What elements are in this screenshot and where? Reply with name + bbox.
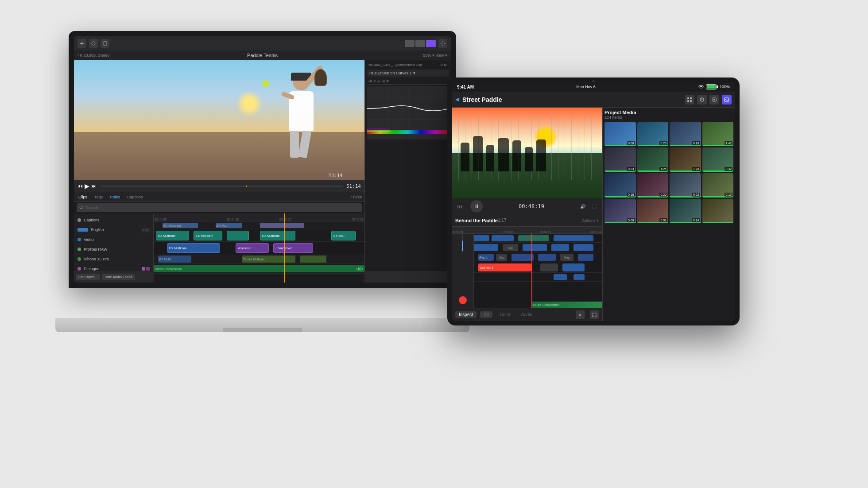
timeline-area: Captions English EN Vi (74, 213, 364, 283)
skip-back-icon[interactable]: ⏮ (457, 203, 463, 210)
ipad-video-content (452, 108, 602, 198)
ipad-track-3: iPad... iPad-L Gap (452, 252, 602, 262)
ipad-screen: 9:41 AM Mon Nov 6 (452, 82, 735, 321)
search-bar[interactable]: Search (77, 203, 362, 212)
timeline-tracks: 00:44:00 00:44:30 00:45:00 00:45:30 (154, 213, 364, 283)
view-controls: 50% ▾ View ▾ (423, 53, 447, 58)
macbook-screen: 4K 23.98p, Stereo Paddle Tennis 50% ▾ Vi… (74, 36, 451, 283)
ipad-timeline-section: Behind the Paddle 1:17 Options ▾ 00:00:3… (452, 214, 602, 308)
media-thumb-12[interactable]: 0:16 (702, 173, 734, 198)
media-thumb-10[interactable]: 0:20 (637, 173, 669, 198)
video-meta: 4K 23.98p, Stereo (78, 53, 110, 58)
expand-icon[interactable] (590, 310, 599, 319)
clip-tabs: Clips Tags Roles Captions 7 roles (74, 192, 364, 202)
svg-point-18 (713, 99, 715, 101)
ipad-bottom-toolbar: Inspect ISt Color Audio (452, 308, 602, 321)
ipad-playback-controls: ⏮ ⏸ 00:48:19 🔊 ⛶ (452, 198, 602, 214)
toolbar-icon-3[interactable] (709, 95, 719, 105)
media-thumb-2[interactable]: 0:26 (637, 122, 669, 146)
toolbar-btn-2[interactable] (89, 39, 98, 48)
fullscreen-icon[interactable]: ⛶ (593, 204, 597, 209)
media-thumb-4[interactable]: 1:42 (702, 122, 734, 146)
ipad-fcp-toolbar: ◀ Street Paddle (452, 92, 735, 108)
ipad-timeline-ruler: 00:00:35 00:00:45 00:01:00 00:01:10 (452, 227, 602, 234)
audio-button[interactable]: Audio (517, 311, 536, 318)
media-thumb-7[interactable]: 1:20 (670, 147, 701, 172)
ipad-play-button[interactable]: ⏸ (470, 200, 483, 213)
sunset-scene (452, 108, 602, 198)
status-time: 9:41 AM (457, 85, 474, 89)
ipad-track-2: Gap (452, 243, 602, 252)
viewer-content (74, 60, 364, 180)
media-thumb-11[interactable]: 0:02 (670, 173, 701, 198)
svg-rect-5 (367, 128, 390, 132)
ipad-body: 9:41 AM Mon Nov 6 (447, 77, 740, 325)
toolbar-btn-3[interactable] (101, 39, 109, 48)
media-browser-icon[interactable] (722, 95, 732, 105)
tab-clips[interactable]: Clips (77, 194, 89, 200)
fcp-viewer: 51:14 (74, 60, 364, 180)
back-button[interactable]: ◀ (455, 97, 459, 102)
macbook-notch (223, 328, 302, 332)
svg-rect-13 (690, 97, 692, 99)
record-button[interactable] (459, 296, 467, 304)
tab-tags[interactable]: Tags (93, 194, 105, 200)
fcp-title-bar: 4K 23.98p, Stereo Paddle Tennis 50% ▾ Vi… (74, 50, 451, 60)
audio-icon[interactable]: 🔊 (580, 204, 585, 209)
inspect-button[interactable]: Inspect (455, 311, 477, 318)
timeline-ruler: 00:44:00 00:44:30 00:45:00 00:45:30 (154, 213, 364, 221)
toolbar-btn-1[interactable] (78, 39, 86, 48)
toolbar-icon-1[interactable] (685, 95, 694, 105)
fcp-app: 4K 23.98p, Stereo Paddle Tennis 50% ▾ Vi… (74, 36, 451, 283)
search-placeholder: Search (85, 205, 98, 210)
media-grid: 0:09 0:26 0:10 (604, 122, 733, 223)
media-browser-title: Project Media (604, 110, 636, 115)
ipad-video-preview (452, 108, 602, 198)
macbook-base (55, 318, 469, 332)
ipad-track-1 (452, 234, 602, 243)
media-thumb-3[interactable]: 0:10 (670, 122, 701, 146)
media-thumb-9[interactable]: 0:18 (604, 173, 636, 198)
hide-audio-btn[interactable]: Hide Audio Lanes (102, 274, 135, 280)
ipad: 9:41 AM Mon Nov 6 (447, 77, 740, 325)
svg-point-22 (579, 314, 581, 316)
media-thumb-5[interactable]: 0:23 (604, 147, 636, 172)
media-thumb-15[interactable]: 0:14 (670, 199, 701, 223)
svg-rect-15 (690, 100, 692, 102)
macbook: 4K 23.98p, Stereo Paddle Tennis 50% ▾ Vi… (69, 31, 476, 332)
toolbar-btn-settings[interactable] (438, 39, 447, 48)
edit-roles-btn[interactable]: Edit Roles... (76, 274, 100, 280)
role-english: English EN (74, 225, 153, 235)
timeline-title-bar: Behind the Paddle 1:17 Options ▾ (452, 214, 602, 227)
tab-captions[interactable]: Captions (125, 194, 145, 200)
track-music: Music Composition (154, 264, 364, 274)
ipad-status-bar: 9:41 AM Mon Nov 6 (452, 82, 735, 92)
media-thumb-16[interactable] (702, 199, 734, 223)
ipad-timeline-tracks: Gap iPad... iPad-L (452, 234, 602, 308)
ipad-main-content: ⏮ ⏸ 00:48:19 🔊 ⛶ Behind the Paddle 1:17 (452, 108, 735, 321)
ipad-viewer-area: ⏮ ⏸ 00:48:19 🔊 ⛶ Behind the Paddle 1:17 (452, 108, 602, 321)
track-video-1: EX Multicam EX Multicam EX Multicam (154, 229, 364, 242)
media-thumb-6[interactable]: 1:25 (637, 147, 669, 172)
ipad-track-small (452, 273, 602, 282)
wifi-icon (698, 85, 704, 89)
svg-line-3 (82, 209, 84, 210)
macbook-screen-outer: 4K 23.98p, Stereo Paddle Tennis 50% ▾ Vi… (69, 31, 456, 288)
ipad-timeline-duration: 1:17 (498, 218, 506, 223)
role-iphone: iPhone 15 Pro (74, 254, 153, 264)
track-audio-1: EX Multi... Tennis Multicam (154, 254, 364, 264)
color-button[interactable]: Color (496, 311, 514, 318)
media-thumb-1[interactable]: 0:09 (604, 122, 636, 146)
track-captions: EX Multicam EX Mu... (154, 221, 364, 229)
svg-rect-1 (103, 42, 107, 45)
ipad-media-browser: Project Media 224 Items 0:09 (602, 108, 735, 321)
ist-button[interactable]: ISt (480, 311, 492, 318)
toolbar-icon-2[interactable] (697, 95, 707, 105)
media-thumb-8[interactable]: 0:32 (702, 147, 734, 172)
ipad-timeline-title: Behind the Paddle (455, 218, 498, 223)
settings-icon[interactable] (576, 310, 585, 319)
media-thumb-13[interactable]: 0:09 (604, 199, 636, 223)
status-date: Mon Nov 6 (576, 85, 596, 89)
media-thumb-14[interactable]: 0:01 (637, 199, 669, 223)
tab-roles[interactable]: Roles (108, 194, 122, 200)
